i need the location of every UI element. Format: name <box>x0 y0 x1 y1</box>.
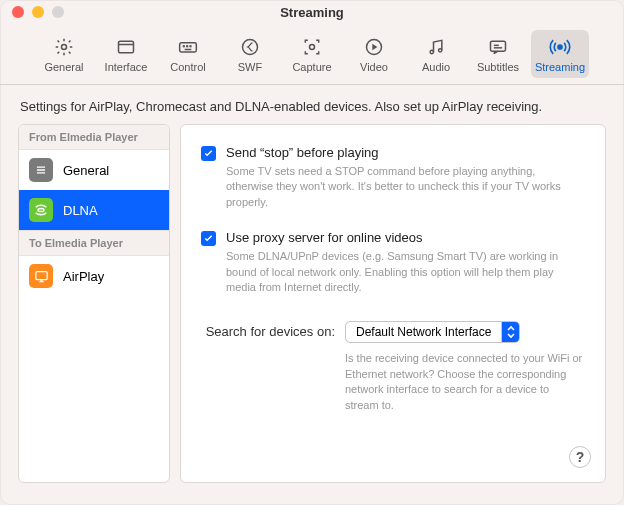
tab-label: SWF <box>238 61 262 73</box>
keyboard-icon <box>178 36 198 58</box>
sidebar-item-airplay[interactable]: AirPlay <box>19 256 169 296</box>
tab-label: Control <box>170 61 205 73</box>
chevron-updown-icon <box>501 322 519 342</box>
tab-capture[interactable]: Capture <box>283 30 341 78</box>
svg-point-8 <box>243 39 258 54</box>
tab-label: Interface <box>105 61 148 73</box>
sidebar: From Elmedia Player General DLNA To Elme… <box>18 124 170 483</box>
gear-icon <box>54 36 74 58</box>
window-icon <box>116 36 136 58</box>
option-use-proxy: Use proxy server for online videos Some … <box>201 230 585 295</box>
zoom-button[interactable] <box>52 6 64 18</box>
svg-point-9 <box>310 44 315 49</box>
tab-swf[interactable]: SWF <box>221 30 279 78</box>
option-title: Send “stop” before playing <box>226 145 585 160</box>
streaming-icon <box>549 36 571 58</box>
subtitles-icon <box>488 36 508 58</box>
network-interface-popup[interactable]: Default Network Interface <box>345 321 520 343</box>
popup-value: Default Network Interface <box>346 325 501 339</box>
option-desc: Some TV sets need a STOP command before … <box>226 164 585 210</box>
tab-audio[interactable]: Audio <box>407 30 465 78</box>
option-send-stop: Send “stop” before playing Some TV sets … <box>201 145 585 210</box>
tab-label: Subtitles <box>477 61 519 73</box>
sidebar-item-label: AirPlay <box>63 269 104 284</box>
search-devices-row: Search for devices on: Default Network I… <box>201 321 585 413</box>
svg-point-4 <box>183 45 184 46</box>
video-icon <box>364 36 384 58</box>
tab-video[interactable]: Video <box>345 30 403 78</box>
page-description: Settings for AirPlay, Chromecast and DLN… <box>0 85 624 124</box>
svg-rect-1 <box>119 41 134 53</box>
sidebar-section-from: From Elmedia Player <box>19 125 169 150</box>
send-stop-checkbox[interactable] <box>201 146 216 161</box>
content-area: From Elmedia Player General DLNA To Elme… <box>0 124 624 501</box>
svg-rect-13 <box>491 41 506 51</box>
tab-label: Audio <box>422 61 450 73</box>
tab-label: Video <box>360 61 388 73</box>
tab-label: Streaming <box>535 61 585 73</box>
svg-point-11 <box>430 50 433 53</box>
titlebar: Streaming <box>0 0 624 24</box>
svg-point-6 <box>190 45 191 46</box>
minimize-button[interactable] <box>32 6 44 18</box>
tab-general[interactable]: General <box>35 30 93 78</box>
flash-icon <box>240 36 260 58</box>
search-devices-label: Search for devices on: <box>201 321 335 413</box>
sidebar-item-label: DLNA <box>63 203 98 218</box>
svg-point-20 <box>38 208 44 211</box>
option-desc: Some DLNA/UPnP devices (e.g. Samsung Sma… <box>226 249 585 295</box>
sidebar-item-dlna[interactable]: DLNA <box>19 190 169 230</box>
svg-rect-3 <box>180 42 197 51</box>
svg-point-16 <box>558 44 562 48</box>
music-icon <box>426 36 446 58</box>
tab-subtitles[interactable]: Subtitles <box>469 30 527 78</box>
help-glyph: ? <box>576 449 585 465</box>
tab-interface[interactable]: Interface <box>97 30 155 78</box>
tab-label: General <box>44 61 83 73</box>
tab-streaming[interactable]: Streaming <box>531 30 589 78</box>
svg-point-0 <box>62 44 67 49</box>
svg-rect-21 <box>35 271 46 279</box>
traffic-lights <box>0 6 64 18</box>
option-title: Use proxy server for online videos <box>226 230 585 245</box>
search-devices-right: Default Network Interface Is the receivi… <box>345 321 585 413</box>
tab-control[interactable]: Control <box>159 30 217 78</box>
window-title: Streaming <box>0 5 624 20</box>
help-button[interactable]: ? <box>569 446 591 468</box>
option-body: Send “stop” before playing Some TV sets … <box>226 145 585 210</box>
settings-panel: Send “stop” before playing Some TV sets … <box>180 124 606 483</box>
close-button[interactable] <box>12 6 24 18</box>
general-icon <box>29 158 53 182</box>
use-proxy-checkbox[interactable] <box>201 231 216 246</box>
search-devices-hint: Is the receiving device connected to you… <box>345 351 585 413</box>
airplay-icon <box>29 264 53 288</box>
tab-label: Capture <box>292 61 331 73</box>
sidebar-item-label: General <box>63 163 109 178</box>
toolbar: General Interface Control SWF Capture <box>0 24 624 85</box>
svg-point-12 <box>439 48 442 51</box>
option-body: Use proxy server for online videos Some … <box>226 230 585 295</box>
svg-point-5 <box>187 45 188 46</box>
sidebar-section-to: To Elmedia Player <box>19 230 169 256</box>
dlna-icon <box>29 198 53 222</box>
capture-icon <box>302 36 322 58</box>
sidebar-item-general[interactable]: General <box>19 150 169 190</box>
preferences-window: Streaming General Interface Control SWF <box>0 0 624 505</box>
